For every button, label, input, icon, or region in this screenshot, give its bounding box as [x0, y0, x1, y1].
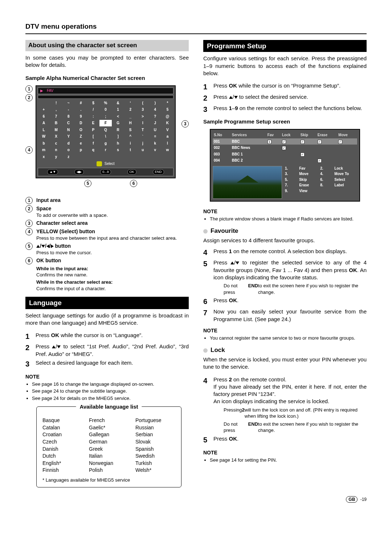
- osd-char: L: [38, 127, 50, 133]
- step-number: 1: [203, 82, 213, 92]
- osd-char: 7: [50, 113, 62, 120]
- osd-char: (: [137, 100, 149, 106]
- osd-char: Z: [75, 133, 87, 140]
- osd-input-line: ▶ FAV: [38, 88, 173, 94]
- step-text: Press 1–9 on the remote control to selec…: [213, 105, 367, 112]
- osd-char: h: [112, 140, 124, 147]
- ps-key-item: Move To: [334, 171, 357, 177]
- step-number: 2: [203, 93, 213, 103]
- osd-char: I: [137, 120, 149, 126]
- charset-intro: In some cases you may be prompted to ent…: [25, 54, 189, 69]
- language-item: Polish: [89, 467, 129, 474]
- ps-key-item: Fav: [299, 166, 317, 171]
- language-item: Gallegan: [89, 431, 129, 438]
- osd-char: :: [87, 113, 99, 120]
- language-item: Turkish: [135, 460, 175, 467]
- step-number: 4: [203, 248, 213, 258]
- charset-sample-heading: Sample Alpha Numerical Character Set scr…: [25, 74, 189, 82]
- osd-char: D: [75, 120, 87, 126]
- step-number: 4: [203, 376, 213, 386]
- language-item: Dutch: [42, 453, 82, 460]
- osd-char: 6: [38, 113, 50, 120]
- callout-6: 6: [130, 180, 137, 187]
- osd-select-label: Select: [105, 162, 115, 166]
- nav-updown-icon: ▲▼: [47, 169, 58, 174]
- note-item: See page 14 for setting the PIN.: [210, 457, 367, 463]
- section-language: Language: [25, 297, 189, 309]
- osd-char: @: [162, 113, 173, 120]
- osd-char: `: [137, 133, 149, 140]
- legend-item: 2SpaceTo add or overwrite with a space.: [25, 205, 189, 219]
- lock-notes: See page 14 for setting the PIN.: [203, 456, 367, 464]
- osd-char: 2: [124, 106, 136, 113]
- ps-key-item: 4.: [320, 171, 331, 177]
- language-item: Russian: [135, 424, 175, 432]
- osd-char: ;: [99, 113, 111, 120]
- charset-legend: 1Input area2SpaceTo add or overwrite wit…: [25, 196, 189, 292]
- ps-row: 002BBC News✓: [213, 145, 357, 151]
- ps-col-head: Services: [231, 132, 266, 138]
- legend-item: 3Character select area: [25, 220, 189, 227]
- language-list-footnote: * Languages available for MHEG5 service: [42, 477, 175, 483]
- step-number: 2: [25, 343, 36, 353]
- ps-key-item: 3.: [285, 171, 296, 177]
- legend-title: Input area: [36, 197, 189, 204]
- osd-char: >: [137, 113, 149, 120]
- step-text: Select a desired language for each item.: [36, 359, 189, 366]
- lang-col-2: FrenchGaelic*GalleganGermanGreekItalianN…: [89, 417, 129, 474]
- legend-item: 4YELLOW (Select) buttonPress to move bet…: [25, 228, 189, 242]
- language-item: Serbian: [135, 431, 175, 438]
- legend-subnote: While in the input area:Confirms the new…: [36, 266, 189, 278]
- ps-table-head: S.NoServicesFavLockSkipEraseMove: [213, 132, 357, 138]
- step-text: Now you can easily select your favourite…: [213, 308, 367, 323]
- language-item: Portuguese: [135, 417, 175, 424]
- osd-char: *: [162, 100, 173, 106]
- language-item: Czech: [42, 438, 82, 446]
- step-text: Press 2 on the remote control.If you hav…: [213, 376, 367, 405]
- osd-char: [112, 154, 124, 160]
- ps-key-item: [320, 189, 331, 194]
- step-text: Press 1 on the remote control. A selecti…: [213, 248, 367, 255]
- callout-2: 2: [25, 94, 33, 101]
- step-number: 5: [203, 435, 213, 445]
- ps-col-head: S.No: [213, 132, 231, 138]
- osd-char: b: [38, 140, 50, 147]
- language-item: Norwegian: [89, 460, 129, 467]
- note-heading: NOTE: [203, 327, 367, 334]
- osd-char: 5: [162, 106, 173, 113]
- ps-intro: Configure various settings for each serv…: [203, 55, 367, 77]
- section-programme-setup: Programme Setup: [203, 40, 367, 52]
- legend-item: 5/// buttonPress to move the cursor.: [25, 243, 189, 256]
- right-column: Programme Setup Configure various settin…: [203, 40, 367, 487]
- legend-number: 1: [25, 197, 33, 204]
- osd-select-row: Select: [38, 161, 173, 166]
- osd-char: W: [38, 133, 50, 140]
- page-number: -19: [360, 497, 367, 502]
- language-item: Italian: [89, 453, 129, 460]
- osd-char: ]: [112, 133, 124, 140]
- osd-char: i: [124, 140, 136, 147]
- ps-row: 001BBC1✓✓✓✓: [213, 138, 357, 145]
- step-text: Press / to register the selected service…: [213, 259, 367, 281]
- language-intro: Select language settings for audio (if a…: [25, 312, 189, 327]
- step: 7Now you can easily select your favourit…: [203, 308, 367, 323]
- osd-char: 8: [62, 113, 74, 120]
- osd-char: q: [87, 147, 99, 153]
- callout-4: 4: [25, 146, 33, 154]
- step-subnote: Pressing 2 will turn the lock icon on an…: [224, 407, 367, 420]
- ps-key-list: 1.Fav2.Lock3.Move4.Move To5.Skip6.Select…: [285, 166, 357, 199]
- osd-char: /: [87, 106, 99, 113]
- note-item: You cannot register the same service to …: [210, 335, 367, 341]
- ps-key-item: Move: [299, 171, 317, 177]
- osd-space-line: [38, 95, 173, 99]
- language-item: Greek: [89, 446, 129, 453]
- legend-number: 4: [25, 228, 33, 235]
- note-heading: NOTE: [203, 208, 367, 215]
- osd-char: +: [38, 106, 50, 113]
- osd-char: J: [149, 120, 161, 126]
- osd-char: 3: [137, 106, 149, 113]
- osd-char: d: [62, 140, 74, 147]
- osd-char: &: [112, 100, 124, 106]
- osd-char: ‘: [124, 100, 136, 106]
- legend-subnote: While in the character select area:Confi…: [36, 279, 189, 292]
